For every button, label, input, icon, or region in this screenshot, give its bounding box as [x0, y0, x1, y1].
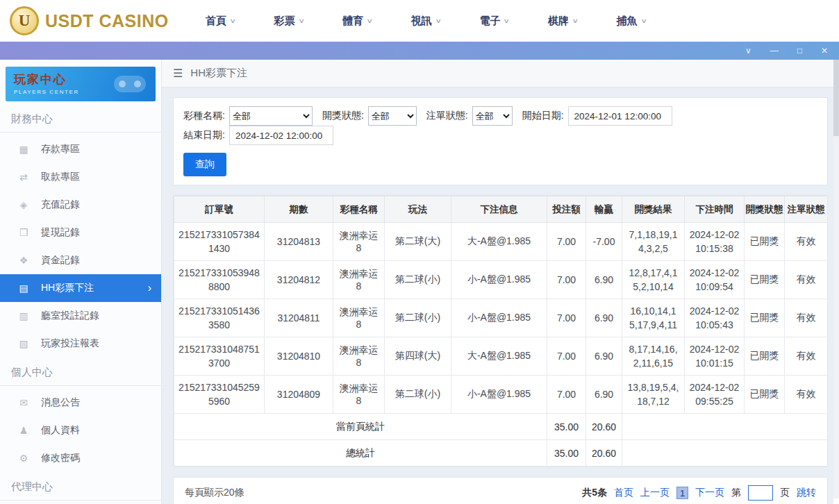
scrollbar-thumb[interactable] [833, 60, 839, 136]
page-title: HH彩票下注 [190, 67, 247, 80]
cell-order_status: 有效 [785, 299, 828, 337]
sidebar-section-agent: 代理中心 [0, 472, 161, 501]
brand-logo[interactable]: U USDT CASINO [10, 6, 174, 35]
sidebar-item-recharge-record[interactable]: ◈充值記錄 [0, 191, 161, 219]
cell-period: 31204812 [265, 261, 333, 299]
column-header: 投注額 [547, 196, 586, 223]
sidebar-menu: 財務中心▦存款專區⇄取款專區◈充值記錄❒提現記錄❖資金記錄▤HH彩票下注›▥廳室… [0, 104, 161, 501]
window-close-button[interactable]: ✕ [821, 47, 828, 55]
cell-order: 2152173310573841430 [174, 223, 265, 261]
table-row: 215217331048751370031204810澳洲幸运8第四球(大)大-… [174, 337, 828, 376]
nav-item-chess[interactable]: 棋牌∨ [548, 15, 578, 28]
draw-status-filter: 開獎狀態: 全部 [322, 106, 417, 126]
cell-play: 第二球(小) [385, 376, 451, 414]
window-scrollbar[interactable] [833, 60, 839, 498]
deposit-card-icon: ▦ [18, 144, 29, 155]
jump-button[interactable]: 跳转 [797, 487, 816, 499]
nav-item-sports[interactable]: 體育∨ [342, 15, 372, 28]
cell-play: 第二球(小) [385, 299, 451, 337]
current-page-indicator[interactable]: 1 [676, 487, 688, 499]
cell-lottery: 澳洲幸运8 [333, 299, 385, 337]
summary-winloss: 20.60 [586, 440, 622, 467]
cell-time: 2024-12-02 10:01:15 [685, 337, 745, 376]
chevron-down-icon: ∨ [367, 17, 374, 24]
order-status-select[interactable]: 全部 [472, 106, 513, 126]
draw-status-select[interactable]: 全部 [368, 106, 417, 126]
next-page-link[interactable]: 下一页 [695, 487, 724, 499]
cell-play: 第四球(大) [385, 337, 451, 376]
main-nav: 首頁∨彩票∨體育∨視訊∨電子∨棋牌∨捕魚∨ [206, 15, 646, 28]
cell-order_status: 有效 [785, 376, 828, 414]
sidebar-section-finance: 財務中心 [0, 104, 161, 133]
nav-item-lottery[interactable]: 彩票∨ [274, 15, 304, 28]
window-dropdown-button[interactable]: ∨ [745, 47, 751, 55]
sidebar-item-profile[interactable]: ♟個人資料 [0, 417, 161, 444]
sidebar-item-player-bet-report[interactable]: ▧玩家投注報表 [0, 330, 161, 358]
nav-item-video[interactable]: 視訊∨ [411, 15, 441, 28]
hamburger-menu-icon[interactable]: ☰ [173, 67, 183, 80]
nav-item-home[interactable]: 首頁∨ [206, 15, 235, 28]
funds-record-icon: ❖ [18, 255, 29, 266]
column-header: 開獎狀態 [745, 196, 785, 223]
announcement-icon: ✉ [18, 397, 29, 408]
first-page-link[interactable]: 首页 [614, 487, 633, 499]
cell-order_status: 有效 [785, 261, 828, 299]
sidebar-item-change-password[interactable]: ⚙修改密碼 [0, 444, 161, 472]
lottery-select[interactable]: 全部 [229, 106, 313, 126]
nav-item-fishing[interactable]: 捕魚∨ [617, 15, 647, 28]
cell-result: 16,10,14,15,17,9,4,11 [622, 299, 685, 337]
nav-item-label: 視訊 [411, 15, 432, 28]
main-body: 彩種名稱: 全部 開獎狀態: 全部 注單狀態: 全 [162, 87, 839, 504]
sidebar-item-label: 取款專區 [41, 171, 80, 183]
summary-label: 總統計 [174, 440, 547, 467]
chevron-down-icon: ∨ [298, 17, 305, 24]
cell-result: 12,8,17,4,15,2,10,14 [622, 261, 685, 299]
bet-table-body: 215217331057384143031204813澳洲幸运8第二球(大)大-… [174, 223, 828, 467]
page-jump-input[interactable] [748, 485, 773, 501]
cell-winloss: 6.90 [586, 299, 622, 337]
start-date-input[interactable] [568, 106, 672, 126]
sidebar-item-withdraw[interactable]: ⇄取款專區 [0, 163, 161, 191]
window-maximize-button[interactable]: □ [797, 47, 802, 55]
sidebar-item-label: 修改密碼 [41, 452, 80, 464]
logo-coin-icon: U [10, 6, 39, 35]
cell-order_status: 有效 [785, 223, 828, 261]
sidebar-item-label: 提現記錄 [41, 226, 80, 239]
order-status-filter-label: 注單狀態: [426, 110, 468, 122]
column-header: 下注信息 [451, 196, 547, 223]
sidebar-item-funds-record[interactable]: ❖資金記錄 [0, 246, 161, 274]
window-minimize-button[interactable]: — [770, 47, 779, 55]
bet-table-head-row: 訂單號期數彩種名稱玩法下注信息投注額輸贏開獎結果下注時間開獎狀態注單狀態 [174, 196, 828, 223]
cell-amount: 7.00 [547, 261, 586, 299]
bet-table: 訂單號期數彩種名稱玩法下注信息投注額輸贏開獎結果下注時間開獎狀態注單狀態 215… [174, 196, 828, 467]
jump-prefix-text: 第 [731, 487, 741, 499]
nav-item-slots[interactable]: 電子∨ [479, 15, 509, 28]
cell-amount: 7.00 [547, 223, 586, 261]
sidebar-item-deposit[interactable]: ▦存款專區 [0, 135, 161, 163]
start-date-label: 開始日期: [522, 110, 564, 122]
chevron-down-icon: ∨ [572, 17, 579, 24]
cell-lottery: 澳洲幸运8 [333, 261, 385, 299]
sidebar-item-room-bet-record[interactable]: ▥廳室投註記錄 [0, 302, 161, 330]
sidebar-item-withdrawal-record[interactable]: ❒提現記錄 [0, 219, 161, 246]
cell-amount: 7.00 [547, 299, 586, 337]
end-date-input[interactable] [229, 126, 333, 145]
search-button[interactable]: 查詢 [183, 153, 226, 176]
table-row: 215217331057384143031204813澳洲幸运8第二球(大)大-… [174, 223, 828, 261]
breadcrumb-bar: ☰ HH彩票下注 [162, 60, 839, 87]
order-status-filter: 注單狀態: 全部 [426, 106, 513, 126]
sidebar-item-hh-lottery-bets[interactable]: ▤HH彩票下注› [0, 274, 161, 302]
prev-page-link[interactable]: 上一页 [640, 487, 670, 499]
cell-lottery: 澳洲幸运8 [333, 223, 385, 261]
nav-item-label: 體育 [342, 15, 363, 28]
column-header: 開獎結果 [622, 196, 685, 223]
cell-bet: 小-A盤@1.985 [451, 261, 547, 299]
table-row: 215217331051436358031204811澳洲幸运8第二球(小)小-… [174, 299, 828, 337]
cell-bet: 大-A盤@1.985 [451, 337, 547, 376]
nav-item-label: 首頁 [206, 15, 226, 28]
end-date-label: 結束日期: [183, 129, 225, 142]
sidebar-item-announcements[interactable]: ✉消息公告 [0, 389, 161, 417]
filter-panel: 彩種名稱: 全部 開獎狀態: 全部 注單狀態: 全 [173, 97, 828, 185]
column-header: 玩法 [385, 196, 451, 223]
cell-winloss: -7.00 [586, 223, 622, 261]
